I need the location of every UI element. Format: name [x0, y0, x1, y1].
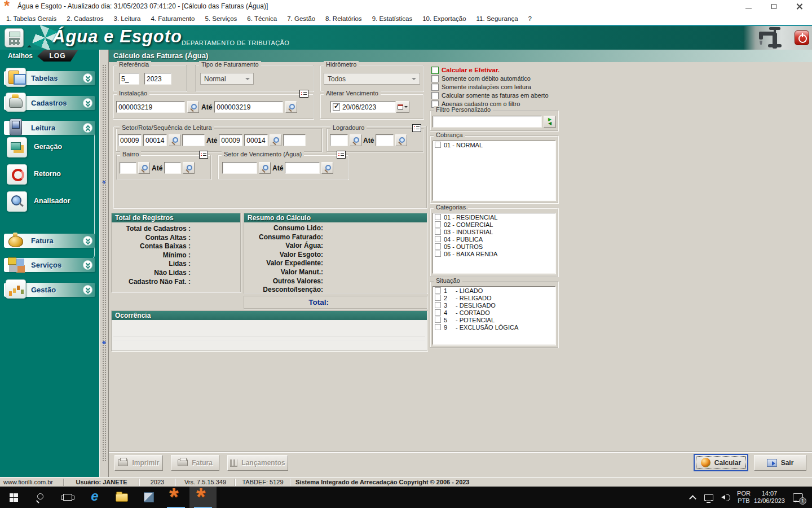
situacao-item[interactable]: 1- LIGADO [433, 287, 555, 294]
opt-faturas-aberto[interactable]: Calcular somente as faturas em aberto [431, 91, 549, 99]
logradouro-list-icon[interactable] [412, 124, 421, 132]
menu-estatisticas[interactable]: 9. Estatísticas [367, 13, 418, 24]
log-tab[interactable]: LOG [37, 50, 78, 62]
setor-vencimento-de-search-button[interactable] [259, 162, 271, 174]
categoria-item[interactable]: 05 - OUTROS [433, 243, 555, 250]
referencia-mes-input[interactable] [119, 73, 139, 85]
instalacoes-leitura-checkbox[interactable] [431, 84, 439, 91]
item-checkbox[interactable] [435, 251, 441, 257]
item-checkbox[interactable] [435, 302, 441, 308]
calcular-efetivar-checkbox[interactable] [431, 67, 439, 74]
item-checkbox[interactable] [435, 236, 441, 242]
taskbar-app-button[interactable] [135, 487, 162, 508]
bairro-ate-search-button[interactable] [183, 162, 195, 174]
instalacao-ate-input[interactable] [214, 101, 283, 113]
categorias-listbox[interactable]: 01 - RESIDENCIAL 02 - COMERCIAL 03 - IND… [433, 213, 555, 274]
menu-tecnica[interactable]: 6. Técnica [242, 13, 282, 24]
power-button[interactable] [795, 30, 809, 45]
chevron-down-icon[interactable] [83, 98, 92, 108]
taskbar-agua-esgoto-button[interactable] [189, 487, 217, 508]
logradouro-ate-input[interactable] [376, 134, 394, 146]
item-checkbox[interactable] [435, 243, 441, 249]
close-button[interactable] [787, 0, 812, 12]
chevron-down-icon[interactable] [83, 73, 92, 83]
situacao-item[interactable]: 5- POTENCIAL [433, 316, 555, 323]
vencimento-date-field[interactable]: 20/06/2023 [330, 101, 396, 113]
opt-calcular-efetivar[interactable]: Calcular e Efetivar. [431, 66, 500, 74]
referencia-ano-input[interactable] [144, 73, 171, 85]
volume-icon[interactable] [721, 493, 731, 501]
categoria-item[interactable]: 06 - BAIXA RENDA [433, 250, 555, 257]
item-checkbox[interactable] [435, 295, 441, 301]
hidrometro-select[interactable]: Todos [324, 73, 420, 85]
chevron-up-icon[interactable] [83, 123, 92, 133]
calculator-icon[interactable] [5, 28, 24, 47]
setor-vencimento-list-icon[interactable] [337, 151, 346, 159]
setor-de-search-button[interactable] [169, 134, 180, 146]
taskbar-browser-button[interactable]: e [81, 487, 108, 508]
setor-de-input[interactable] [118, 134, 142, 146]
situacao-item[interactable]: 3- DESLIGADO [433, 301, 555, 309]
restore-button[interactable] [761, 0, 787, 12]
menu-faturamento[interactable]: 4. Faturamento [145, 13, 200, 24]
item-checkbox[interactable] [435, 324, 441, 330]
menu-seguranca[interactable]: 11. Segurança [471, 13, 523, 24]
vencimento-calendar-button[interactable] [396, 101, 409, 113]
setor-ate-input[interactable] [219, 134, 242, 146]
chevron-down-icon[interactable] [83, 260, 92, 270]
imprimir-button[interactable]: Imprimir [114, 455, 163, 471]
chevron-down-icon[interactable] [83, 236, 92, 246]
menu-gestao[interactable]: 7. Gestão [282, 13, 320, 24]
menu-tabelas-gerais[interactable]: 1. Tabelas Gerais [1, 13, 61, 24]
bairro-ate-input[interactable] [164, 162, 181, 174]
sidebar-group-tabelas[interactable]: Tabelas [4, 71, 95, 85]
filtro-aplicar-button[interactable]: ▶◀ [544, 116, 556, 128]
hidden-icons-chevron[interactable] [689, 495, 696, 502]
network-icon[interactable] [704, 494, 713, 501]
menu-servicos[interactable]: 5. Serviços [200, 13, 242, 24]
taskbar-search-button[interactable] [27, 487, 54, 508]
sidebar-group-leitura[interactable]: Leitura [4, 121, 95, 135]
sidebar-item-geracao[interactable]: Geração [0, 137, 95, 160]
menu-cadastros[interactable]: 2. Cadastros [61, 13, 108, 24]
minimize-button[interactable] [736, 0, 761, 12]
instalacao-ate-search-button[interactable] [285, 101, 297, 113]
item-checkbox[interactable] [435, 142, 441, 148]
taskbar-explorer-button[interactable] [108, 487, 135, 508]
setor-vencimento-de-input[interactable] [222, 162, 257, 174]
vencimento-checkbox[interactable] [333, 103, 340, 111]
tipo-faturamento-select[interactable]: Normal [200, 73, 254, 85]
filtro-personalizado-input[interactable] [433, 116, 542, 128]
instalacao-de-search-button[interactable] [187, 101, 199, 113]
calcular-button[interactable]: Calcular [694, 454, 748, 471]
categoria-item[interactable]: 01 - RESIDENCIAL [433, 213, 555, 221]
situacao-item[interactable]: 4- CORTADO [433, 309, 555, 316]
item-checkbox[interactable] [435, 214, 441, 220]
situacao-listbox[interactable]: 1- LIGADO 2- RELIGADO 3- DESLIGADO 4- CO… [433, 286, 555, 345]
setor-vencimento-ate-input[interactable] [285, 162, 320, 174]
language-indicator[interactable]: POR PTB [737, 490, 751, 505]
debito-automatico-checkbox[interactable] [431, 75, 439, 82]
faturas-aberto-checkbox[interactable] [431, 92, 439, 99]
menu-help[interactable]: ? [523, 13, 537, 24]
setor-ate-search-button[interactable] [270, 134, 281, 146]
rota-de-input[interactable] [143, 134, 167, 146]
task-view-button[interactable] [54, 487, 81, 508]
item-checkbox[interactable] [435, 221, 441, 227]
cobranca-item[interactable]: 01 - NORMAL [433, 141, 555, 148]
cobranca-listbox[interactable]: 01 - NORMAL [433, 141, 555, 200]
sidebar-group-gestao[interactable]: Gestão [4, 283, 95, 297]
instalacao-list-icon[interactable] [299, 90, 308, 98]
sidebar-group-fatura[interactable]: Fatura [4, 234, 95, 248]
categoria-item[interactable]: 03 - INDUSTRIAL [433, 228, 555, 235]
opt-instalacoes-leitura[interactable]: Somente instalações com leitura [431, 83, 531, 91]
logradouro-de-input[interactable] [330, 134, 348, 146]
start-button[interactable] [0, 487, 27, 508]
bairro-de-input[interactable] [120, 162, 136, 174]
bairro-de-search-button[interactable] [138, 162, 150, 174]
logradouro-de-search-button[interactable] [350, 134, 361, 146]
categoria-item[interactable]: 04 - PUBLICA [433, 235, 555, 243]
sidebar-group-servicos[interactable]: Serviços [4, 258, 95, 272]
chevron-down-icon[interactable] [83, 285, 92, 295]
sidebar-item-retorno[interactable]: Retorno [0, 164, 95, 187]
